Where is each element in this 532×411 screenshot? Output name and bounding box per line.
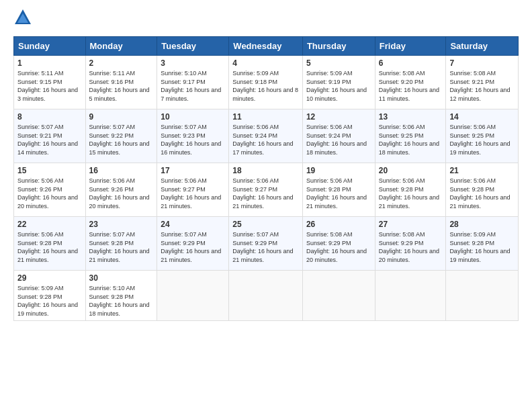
day-number: 18 <box>232 166 299 175</box>
day-number: 14 <box>449 112 515 122</box>
header-row: SundayMondayTuesdayWednesdayThursdayFrid… <box>14 37 519 56</box>
page: SundayMondayTuesdayWednesdayThursdayFrid… <box>0 0 532 332</box>
calendar-cell: 8Sunrise: 5:07 AMSunset: 9:21 PMDaylight… <box>14 109 86 163</box>
day-header-friday: Friday <box>375 37 446 56</box>
calendar-cell: 22Sunrise: 5:06 AMSunset: 9:28 PMDayligh… <box>14 217 86 271</box>
day-number: 26 <box>306 220 371 229</box>
calendar-cell: 19Sunrise: 5:06 AMSunset: 9:28 PMDayligh… <box>302 163 375 217</box>
day-info: Sunrise: 5:11 AMSunset: 9:15 PMDaylight:… <box>17 69 82 103</box>
day-info: Sunrise: 5:06 AMSunset: 9:28 PMDaylight:… <box>449 177 515 210</box>
day-info: Sunrise: 5:07 AMSunset: 9:29 PMDaylight:… <box>161 230 225 264</box>
day-header-wednesday: Wednesday <box>229 37 303 56</box>
week-row-3: 15Sunrise: 5:06 AMSunset: 9:26 PMDayligh… <box>14 163 519 217</box>
calendar-cell: 20Sunrise: 5:06 AMSunset: 9:28 PMDayligh… <box>375 163 446 217</box>
calendar-cell: 15Sunrise: 5:06 AMSunset: 9:26 PMDayligh… <box>14 163 86 217</box>
day-info: Sunrise: 5:06 AMSunset: 9:28 PMDaylight:… <box>17 230 82 264</box>
calendar-cell: 6Sunrise: 5:08 AMSunset: 9:20 PMDaylight… <box>375 56 446 109</box>
week-row-4: 22Sunrise: 5:06 AMSunset: 9:28 PMDayligh… <box>14 217 519 271</box>
day-number: 8 <box>17 112 82 122</box>
day-number: 22 <box>17 220 82 229</box>
day-info: Sunrise: 5:07 AMSunset: 9:21 PMDaylight:… <box>17 123 82 156</box>
day-number: 19 <box>306 166 371 175</box>
day-number: 25 <box>232 220 299 229</box>
day-info: Sunrise: 5:06 AMSunset: 9:25 PMDaylight:… <box>449 123 515 156</box>
calendar-cell <box>157 271 229 321</box>
day-info: Sunrise: 5:07 AMSunset: 9:28 PMDaylight:… <box>89 230 154 264</box>
logo <box>13 11 35 30</box>
day-number: 10 <box>161 112 225 122</box>
day-info: Sunrise: 5:07 AMSunset: 9:29 PMDaylight:… <box>232 230 299 264</box>
day-header-saturday: Saturday <box>446 37 519 56</box>
calendar-cell <box>229 271 303 321</box>
calendar-cell: 21Sunrise: 5:06 AMSunset: 9:28 PMDayligh… <box>446 163 519 217</box>
calendar-cell: 16Sunrise: 5:06 AMSunset: 9:26 PMDayligh… <box>85 163 157 217</box>
day-number: 7 <box>449 58 515 68</box>
week-row-2: 8Sunrise: 5:07 AMSunset: 9:21 PMDaylight… <box>14 109 519 163</box>
calendar-cell <box>302 271 375 321</box>
day-number: 17 <box>161 166 225 175</box>
week-row-5: 29Sunrise: 5:09 AMSunset: 9:28 PMDayligh… <box>14 271 519 321</box>
day-info: Sunrise: 5:10 AMSunset: 9:17 PMDaylight:… <box>161 69 225 103</box>
day-info: Sunrise: 5:06 AMSunset: 9:24 PMDaylight:… <box>232 123 299 156</box>
day-number: 30 <box>89 273 154 283</box>
calendar-cell: 23Sunrise: 5:07 AMSunset: 9:28 PMDayligh… <box>85 217 157 271</box>
calendar-cell: 13Sunrise: 5:06 AMSunset: 9:25 PMDayligh… <box>375 109 446 163</box>
day-number: 23 <box>89 220 154 229</box>
day-info: Sunrise: 5:06 AMSunset: 9:26 PMDaylight:… <box>17 177 82 210</box>
logo-icon <box>13 8 32 27</box>
day-number: 16 <box>89 166 154 175</box>
day-info: Sunrise: 5:07 AMSunset: 9:23 PMDaylight:… <box>161 123 225 156</box>
day-number: 15 <box>17 166 82 175</box>
day-number: 2 <box>89 58 154 68</box>
calendar-cell: 28Sunrise: 5:09 AMSunset: 9:28 PMDayligh… <box>446 217 519 271</box>
day-number: 27 <box>379 220 443 229</box>
calendar-cell: 4Sunrise: 5:09 AMSunset: 9:18 PMDaylight… <box>229 56 303 109</box>
day-info: Sunrise: 5:06 AMSunset: 9:27 PMDaylight:… <box>232 177 299 210</box>
calendar-cell: 1Sunrise: 5:11 AMSunset: 9:15 PMDaylight… <box>14 56 86 109</box>
day-number: 5 <box>306 58 371 68</box>
day-number: 1 <box>17 58 82 68</box>
calendar-cell: 12Sunrise: 5:06 AMSunset: 9:24 PMDayligh… <box>302 109 375 163</box>
header <box>13 11 519 30</box>
day-number: 6 <box>379 58 443 68</box>
calendar: SundayMondayTuesdayWednesdayThursdayFrid… <box>13 36 519 321</box>
calendar-cell: 14Sunrise: 5:06 AMSunset: 9:25 PMDayligh… <box>446 109 519 163</box>
calendar-cell: 25Sunrise: 5:07 AMSunset: 9:29 PMDayligh… <box>229 217 303 271</box>
day-info: Sunrise: 5:06 AMSunset: 9:28 PMDaylight:… <box>379 177 443 210</box>
day-info: Sunrise: 5:09 AMSunset: 9:28 PMDaylight:… <box>17 284 82 318</box>
day-number: 9 <box>89 112 154 122</box>
calendar-cell: 3Sunrise: 5:10 AMSunset: 9:17 PMDaylight… <box>157 56 229 109</box>
day-info: Sunrise: 5:06 AMSunset: 9:28 PMDaylight:… <box>306 177 371 210</box>
day-info: Sunrise: 5:06 AMSunset: 9:26 PMDaylight:… <box>89 177 154 210</box>
day-number: 24 <box>161 220 225 229</box>
day-info: Sunrise: 5:09 AMSunset: 9:19 PMDaylight:… <box>306 69 371 103</box>
day-info: Sunrise: 5:06 AMSunset: 9:25 PMDaylight:… <box>379 123 443 156</box>
day-number: 3 <box>161 58 225 68</box>
day-number: 13 <box>379 112 443 122</box>
day-number: 20 <box>379 166 443 175</box>
week-row-1: 1Sunrise: 5:11 AMSunset: 9:15 PMDaylight… <box>14 56 519 109</box>
calendar-cell: 2Sunrise: 5:11 AMSunset: 9:16 PMDaylight… <box>85 56 157 109</box>
calendar-cell: 17Sunrise: 5:06 AMSunset: 9:27 PMDayligh… <box>157 163 229 217</box>
day-number: 28 <box>449 220 515 229</box>
day-number: 12 <box>306 112 371 122</box>
day-info: Sunrise: 5:11 AMSunset: 9:16 PMDaylight:… <box>89 69 154 103</box>
calendar-cell: 27Sunrise: 5:08 AMSunset: 9:29 PMDayligh… <box>375 217 446 271</box>
calendar-cell: 7Sunrise: 5:08 AMSunset: 9:21 PMDaylight… <box>446 56 519 109</box>
calendar-cell <box>375 271 446 321</box>
day-info: Sunrise: 5:06 AMSunset: 9:27 PMDaylight:… <box>161 177 225 210</box>
day-header-sunday: Sunday <box>14 37 86 56</box>
calendar-cell: 29Sunrise: 5:09 AMSunset: 9:28 PMDayligh… <box>14 271 86 321</box>
day-number: 21 <box>449 166 515 175</box>
day-info: Sunrise: 5:08 AMSunset: 9:29 PMDaylight:… <box>306 230 371 264</box>
day-info: Sunrise: 5:06 AMSunset: 9:24 PMDaylight:… <box>306 123 371 156</box>
calendar-cell: 10Sunrise: 5:07 AMSunset: 9:23 PMDayligh… <box>157 109 229 163</box>
calendar-cell: 11Sunrise: 5:06 AMSunset: 9:24 PMDayligh… <box>229 109 303 163</box>
day-info: Sunrise: 5:08 AMSunset: 9:20 PMDaylight:… <box>379 69 443 103</box>
calendar-cell: 18Sunrise: 5:06 AMSunset: 9:27 PMDayligh… <box>229 163 303 217</box>
day-info: Sunrise: 5:07 AMSunset: 9:22 PMDaylight:… <box>89 123 154 156</box>
day-info: Sunrise: 5:08 AMSunset: 9:21 PMDaylight:… <box>449 69 515 103</box>
calendar-cell: 30Sunrise: 5:10 AMSunset: 9:28 PMDayligh… <box>85 271 157 321</box>
day-number: 29 <box>17 273 82 283</box>
calendar-cell: 26Sunrise: 5:08 AMSunset: 9:29 PMDayligh… <box>302 217 375 271</box>
